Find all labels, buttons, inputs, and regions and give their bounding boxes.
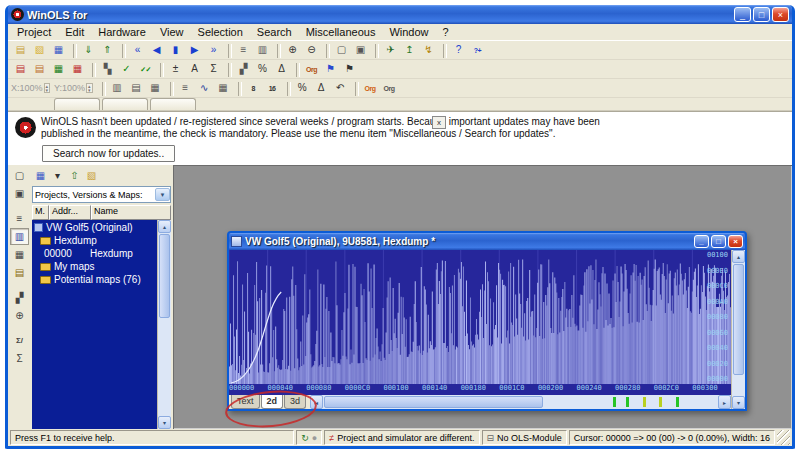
child-close-button[interactable]: × xyxy=(728,235,743,248)
scroll-up-icon[interactable]: ▴ xyxy=(158,220,171,233)
strip-text-view-icon[interactable]: ≡ xyxy=(10,210,29,227)
nav-first-version-icon[interactable]: « xyxy=(128,42,147,59)
text-view-icon[interactable]: ≡ xyxy=(176,80,195,97)
strip-hexdump-icon[interactable]: ▣ xyxy=(10,185,29,202)
tree-scrollbar[interactable]: ▴ ▾ xyxy=(157,220,171,429)
view-3d-icon[interactable]: ▦ xyxy=(214,80,233,97)
strip-compare-icon[interactable]: ▞ xyxy=(10,289,29,306)
tree-item-potential-maps[interactable]: Potential maps (76) xyxy=(32,273,157,286)
search-updates-button[interactable]: Search now for updates.. xyxy=(42,145,175,162)
window-tab-1[interactable] xyxy=(54,98,100,110)
checkerboard-icon[interactable]: ▚ xyxy=(98,61,117,78)
menu-miscellaneous[interactable]: Miscellaneous xyxy=(299,25,383,39)
org-a-icon[interactable]: Org xyxy=(361,80,380,97)
menu-view[interactable]: View xyxy=(153,25,191,39)
panel-view-dropdown-icon[interactable]: ▾ xyxy=(49,168,66,185)
menu-search[interactable]: Search xyxy=(250,25,299,39)
nav-original-icon[interactable]: ▮ xyxy=(166,42,185,59)
tree-item-hexdump-version[interactable]: 00000 Hexdump xyxy=(32,247,157,260)
close-button[interactable]: × xyxy=(772,7,789,22)
hex-text-view-icon[interactable]: ≡ xyxy=(234,42,253,59)
menu-project[interactable]: Project xyxy=(10,25,58,39)
panel-checkin-icon[interactable]: ⇧ xyxy=(66,168,83,185)
new-project-icon[interactable]: ▤ xyxy=(11,42,30,59)
window-tab-2[interactable] xyxy=(102,98,148,110)
strip-selection-icon[interactable]: ▢ xyxy=(10,167,29,184)
menu-edit[interactable]: Edit xyxy=(58,25,91,39)
open-project-icon[interactable]: ▧ xyxy=(30,42,49,59)
org-view-icon[interactable]: Org xyxy=(302,61,321,78)
text-mode-icon[interactable]: A xyxy=(185,61,204,78)
help-icon[interactable]: ? xyxy=(449,42,468,59)
new-window-icon[interactable]: ▢ xyxy=(332,42,351,59)
map-pack-icon[interactable]: ▦ xyxy=(49,61,68,78)
import-file-icon[interactable]: ⇓ xyxy=(79,42,98,59)
scroll-up-icon[interactable]: ▴ xyxy=(732,250,745,263)
grid-view-icon[interactable]: ▦ xyxy=(146,80,165,97)
flag-blue-icon[interactable]: ⚑ xyxy=(321,61,340,78)
column-name[interactable]: Name xyxy=(91,205,171,220)
strip-maps-icon[interactable]: ▤ xyxy=(10,264,29,281)
window-tab-3[interactable] xyxy=(150,98,196,110)
org-b-icon[interactable]: Org xyxy=(380,80,399,97)
tab-3d[interactable]: 3d xyxy=(284,395,306,409)
delta-icon[interactable]: Δ xyxy=(272,61,291,78)
resize-grip[interactable] xyxy=(777,430,790,445)
menu-help[interactable]: ? xyxy=(436,25,456,39)
scroll-right-icon[interactable]: ▸ xyxy=(718,395,731,409)
menu-window[interactable]: Window xyxy=(382,25,435,39)
bits-8-icon[interactable]: 8 xyxy=(244,80,263,97)
nav-prev-version-icon[interactable]: ◀ xyxy=(147,42,166,59)
strip-3d-view-icon[interactable]: ▦ xyxy=(10,246,29,263)
damos-import-icon[interactable]: ▤ xyxy=(11,61,30,78)
tree-scrollbar-thumb[interactable] xyxy=(159,234,170,318)
bits-16-icon[interactable]: 16 xyxy=(263,80,282,97)
strip-sigma-div-icon[interactable]: Σ/ xyxy=(10,332,29,349)
diff-map-icon[interactable]: ▞ xyxy=(234,61,253,78)
map-delete-icon[interactable]: ▦ xyxy=(68,61,87,78)
nav-next-version-icon[interactable]: ▶ xyxy=(185,42,204,59)
damos-export-icon[interactable]: ▤ xyxy=(30,61,49,78)
upload-icon[interactable]: ↥ xyxy=(400,42,419,59)
lightning-icon[interactable]: ↯ xyxy=(419,42,438,59)
y-zoom-control[interactable]: Y:100% ▴ ▾ xyxy=(54,83,93,93)
zoom-in-icon[interactable]: ⊕ xyxy=(283,42,302,59)
y-zoom-spinner[interactable]: ▴ ▾ xyxy=(86,83,93,93)
menu-hardware[interactable]: Hardware xyxy=(91,25,153,39)
plane-icon[interactable]: ✈ xyxy=(381,42,400,59)
tab-2d[interactable]: 2d xyxy=(261,395,284,409)
child-maximize-button[interactable]: □ xyxy=(711,235,726,248)
child-minimize-button[interactable]: _ xyxy=(694,235,709,248)
notification-close-button[interactable]: x xyxy=(432,116,446,129)
view-2d-icon[interactable]: ∿ xyxy=(195,80,214,97)
hex-columns-icon[interactable]: ▥ xyxy=(253,42,272,59)
maximize-button[interactable]: □ xyxy=(753,7,770,22)
minimize-button[interactable]: _ xyxy=(734,7,751,22)
column-addr[interactable]: Addr... xyxy=(49,205,91,220)
undo-icon[interactable]: ↶ xyxy=(331,80,350,97)
menu-selection[interactable]: Selection xyxy=(191,25,250,39)
apply-all-icon[interactable]: ✓✓ xyxy=(136,61,155,78)
zoom-out-icon[interactable]: ⊖ xyxy=(302,42,321,59)
chevron-down-icon[interactable]: ▼ xyxy=(155,188,170,201)
tree-item-my-maps[interactable]: My maps xyxy=(32,260,157,273)
scroll-down-icon[interactable]: ▾ xyxy=(158,416,171,429)
scroll-left-icon[interactable]: ◂ xyxy=(310,395,323,409)
spin-down-icon[interactable]: ▾ xyxy=(87,88,92,92)
delta-view-icon[interactable]: Δ xyxy=(312,80,331,97)
hexdump-2d-plot[interactable]: 00100000E0000C0000A000080000600004000020… xyxy=(229,250,731,384)
export-file-icon[interactable]: ⇑ xyxy=(98,42,117,59)
horizontal-scrollbar-thumb[interactable] xyxy=(324,396,543,408)
nav-last-version-icon[interactable]: » xyxy=(204,42,223,59)
tree-item-project[interactable]: VW Golf5 (Original) xyxy=(32,221,157,234)
title-bar[interactable]: WinOLS for _ □ × xyxy=(8,5,792,24)
split-horizontal-icon[interactable]: ▥ xyxy=(108,80,127,97)
hexdump-title-bar[interactable]: VW Golf5 (Original), 9U8581, Hexdump * _… xyxy=(229,233,745,250)
strip-2d-view-icon[interactable]: ▥ xyxy=(10,228,29,245)
percent-icon[interactable]: % xyxy=(253,61,272,78)
x-zoom-spinner[interactable]: ▴ ▾ xyxy=(44,83,51,93)
flag-checker-icon[interactable]: ⚑ xyxy=(340,61,359,78)
save-project-icon[interactable]: ▦ xyxy=(49,42,68,59)
column-m[interactable]: M. xyxy=(32,205,49,220)
context-help-icon[interactable]: ?+ xyxy=(468,42,487,59)
